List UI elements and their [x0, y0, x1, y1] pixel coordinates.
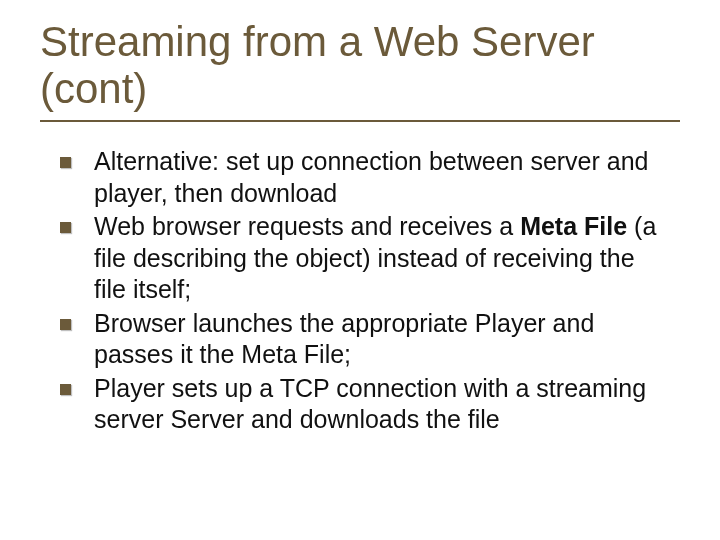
bullet-text-pre: Browser launches the appropriate Player …: [94, 309, 594, 369]
bullet-text-bold: Meta File: [520, 212, 627, 240]
title-divider: [40, 120, 680, 122]
list-item: Player sets up a TCP connection with a s…: [60, 373, 670, 436]
slide: Streaming from a Web Server (cont) Alter…: [0, 0, 720, 540]
page-title: Streaming from a Web Server (cont): [40, 18, 680, 112]
bullet-list: Alternative: set up connection between s…: [40, 146, 680, 436]
list-item: Web browser requests and receives a Meta…: [60, 211, 670, 306]
bullet-text-pre: Player sets up a TCP connection with a s…: [94, 374, 646, 434]
list-item: Alternative: set up connection between s…: [60, 146, 670, 209]
list-item: Browser launches the appropriate Player …: [60, 308, 670, 371]
bullet-text-pre: Web browser requests and receives a: [94, 212, 520, 240]
bullet-text-pre: Alternative: set up connection between s…: [94, 147, 649, 207]
